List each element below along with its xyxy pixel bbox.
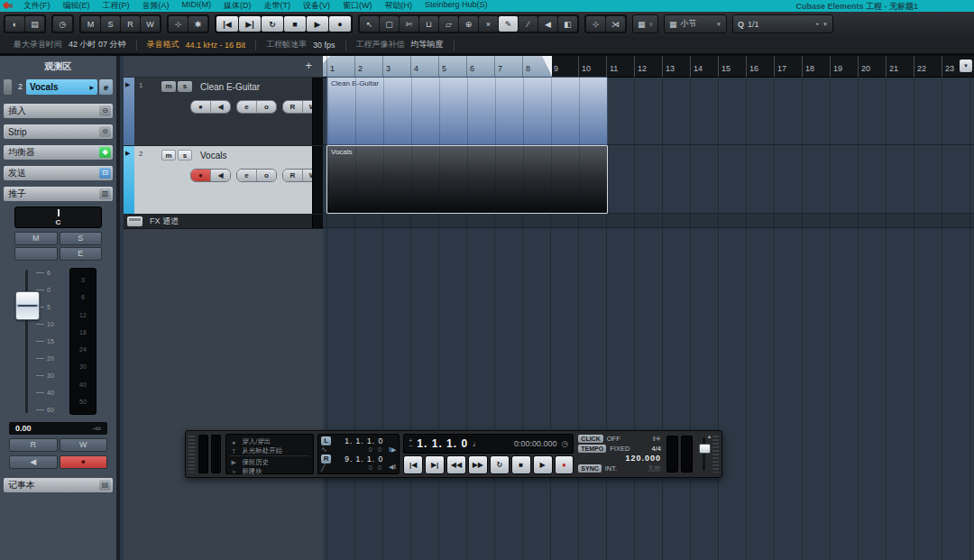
audio-event-vocals[interactable]: Vocals — [326, 145, 608, 214]
section-state-icon[interactable]: ⊖ — [99, 106, 111, 116]
autoscroll-button[interactable]: ⊹ — [169, 16, 188, 32]
output-level-fader[interactable]: ▲ — [696, 436, 711, 473]
menu-item[interactable]: 工程(P) — [96, 0, 136, 12]
go-to-end-button[interactable]: ▶| — [425, 455, 445, 474]
status-item[interactable]: 录音格式 44.1 kHz - 16 Bit — [137, 40, 257, 50]
menu-item[interactable]: 设备(V) — [297, 0, 336, 12]
solo-button[interactable]: S — [60, 232, 103, 245]
menu-item[interactable]: Steinberg Hub(S) — [418, 0, 494, 12]
punch-in-icon[interactable]: ‖▶ — [383, 446, 396, 454]
left-locator-button[interactable]: L — [321, 436, 331, 445]
ruler-options-button[interactable]: ▼ — [960, 60, 972, 72]
setup-window-layout-button[interactable]: ▤ — [25, 16, 44, 32]
record-mode-option[interactable]: ▶ 保留历史 — [230, 455, 309, 467]
transport-drag-handle[interactable] — [712, 436, 719, 473]
post-roll-value[interactable]: 0 0 — [333, 464, 383, 472]
cycle-button[interactable]: ↻ — [490, 455, 510, 474]
section-state-icon[interactable]: ⊡ — [99, 168, 111, 179]
pan-control[interactable]: C — [14, 207, 102, 228]
write-automation-button[interactable]: W — [60, 438, 108, 452]
go-to-previous-marker-button[interactable]: |◀ — [216, 16, 238, 32]
status-item[interactable]: 最大录音时间 42 小时 07 分钟 — [4, 40, 137, 50]
level-readout[interactable]: 0.00 -∞ — [9, 422, 107, 435]
notepad-section[interactable]: 记事本 ▤ — [4, 478, 113, 492]
color-tool[interactable]: ◧ — [558, 16, 577, 32]
menu-item[interactable]: MIDI(M) — [176, 0, 218, 12]
track-mute-button[interactable]: m — [161, 81, 176, 92]
cycle-button[interactable]: ↻ — [262, 16, 283, 32]
play-tool[interactable]: ◀ — [538, 16, 557, 32]
listen-button[interactable] — [14, 247, 58, 261]
constrain-delay-compensation-button[interactable]: ◷ — [53, 16, 72, 32]
record-button[interactable]: ● — [329, 16, 351, 32]
right-locator-time[interactable]: 9. 1. 1. 0 — [333, 454, 383, 464]
section-state-icon[interactable]: ◆ — [99, 147, 111, 158]
track-row-vocals[interactable]: ▶ 2 m s Vocals ● ◀ e o — [124, 146, 323, 215]
track-solo-button[interactable]: s — [178, 150, 192, 161]
track-edit-button[interactable]: e — [237, 101, 256, 113]
split-tool[interactable]: ✄ — [400, 16, 418, 32]
line-tool[interactable]: ∕ — [519, 16, 538, 32]
transport-drag-handle[interactable] — [188, 436, 195, 473]
metronome-icon[interactable]: ‖✳ — [653, 435, 661, 443]
snap-type-dropdown[interactable]: ▦ ▾ — [632, 14, 658, 33]
track-record-arm-button[interactable]: ● — [191, 170, 210, 181]
record-button[interactable]: ● — [555, 455, 574, 474]
primary-time-value[interactable]: 1. 1. 1. 0 — [417, 437, 468, 450]
click-row[interactable]: CLICK OFF ‖✳ — [578, 435, 661, 443]
track-read-button[interactable]: R — [283, 101, 302, 113]
automation-state-button[interactable]: W — [141, 16, 160, 32]
tempo-row[interactable]: TEMPO FIXED 4/4 — [578, 445, 661, 453]
go-to-start-button[interactable]: |◀ — [403, 455, 423, 474]
fx-channel-folder[interactable]: FX 通道 — [124, 215, 323, 229]
audio-event-clean-e-guitar[interactable]: Clean E-Guitar — [326, 77, 608, 145]
secondary-time-value[interactable]: 0:00:00.000 — [514, 439, 557, 448]
go-to-next-marker-button[interactable]: ▶| — [239, 16, 261, 32]
menu-item[interactable]: 编辑(E) — [57, 0, 96, 12]
track-color-button[interactable] — [4, 79, 12, 95]
tempo-chip[interactable]: TEMPO — [578, 445, 606, 453]
track-read-button[interactable]: R — [283, 170, 302, 181]
sends-section[interactable]: 发送 ⊡ — [4, 166, 113, 180]
forward-button[interactable]: ▶▶ — [468, 455, 488, 474]
transport-bar[interactable]: ● 穿入/穿出 T 从光标处开始 ▶ 保留历史 ≡ 新建块 — [185, 430, 722, 478]
object-selection-tool[interactable]: ↖ — [360, 16, 379, 32]
pre-roll-value[interactable]: 0 0 — [333, 445, 383, 454]
tempo-bpm-value[interactable]: 120.000 — [578, 454, 661, 463]
stop-button[interactable]: ■ — [511, 455, 531, 474]
record-mode-option[interactable]: T 从光标处开始 — [230, 446, 309, 455]
snap-on-off-button[interactable]: ⋊ — [606, 16, 625, 32]
erase-tool[interactable]: ▱ — [439, 16, 458, 32]
record-mode-option[interactable]: ● 穿入/穿出 — [230, 437, 309, 446]
strip-section[interactable]: Strip ⊖ — [4, 124, 113, 139]
read-automation-button[interactable]: R — [9, 438, 58, 452]
monitor-button[interactable]: ◀ — [9, 455, 58, 469]
menu-item[interactable]: 音频(A) — [136, 0, 176, 12]
stop-button[interactable]: ■ — [284, 16, 306, 32]
section-state-icon[interactable]: ⊖ — [99, 126, 111, 137]
rewind-button[interactable]: ◀◀ — [446, 455, 466, 474]
autoscroll-options-button[interactable]: ✱ — [188, 16, 207, 32]
punch-out-icon[interactable]: ◀‖ — [383, 464, 396, 471]
track-record-arm-button[interactable]: ● — [191, 101, 210, 113]
fader-handle[interactable] — [15, 291, 40, 320]
track-monitor-button[interactable]: ◀ — [210, 170, 230, 181]
equalizer-section[interactable]: 均衡器 ◆ — [4, 145, 113, 160]
automation-state-button[interactable]: R — [121, 16, 140, 32]
nudge-buttons[interactable]: + − — [409, 438, 412, 449]
menu-item[interactable]: 媒体(D) — [217, 0, 258, 12]
bars-beats-icon[interactable]: ♩ — [473, 439, 481, 448]
fader-handle[interactable] — [699, 444, 711, 454]
play-button[interactable]: ▶ — [307, 16, 328, 32]
track-channel-button[interactable]: o — [256, 101, 276, 113]
track-mute-button[interactable]: m — [161, 150, 176, 161]
fader-section[interactable]: 推子 ▥ — [4, 187, 113, 201]
record-mode-option[interactable]: ≡ 新建块 — [230, 467, 309, 476]
track-row-clean-e-guitar[interactable]: ▶ 1 m s Clean E-Guitar ● ◀ e o — [124, 78, 323, 146]
menu-item[interactable]: 帮助(H) — [379, 0, 419, 12]
snap-zero-crossing-button[interactable]: ⊹ — [586, 16, 605, 32]
grid-type-dropdown[interactable]: ▦ 小节 ▼ — [664, 14, 727, 33]
status-item[interactable]: 工程帧速率 30 fps — [256, 40, 346, 50]
timeline-ruler[interactable]: 1234567891011121314151617181920212223 ▼ — [323, 56, 974, 78]
track-solo-button[interactable]: s — [178, 81, 192, 92]
